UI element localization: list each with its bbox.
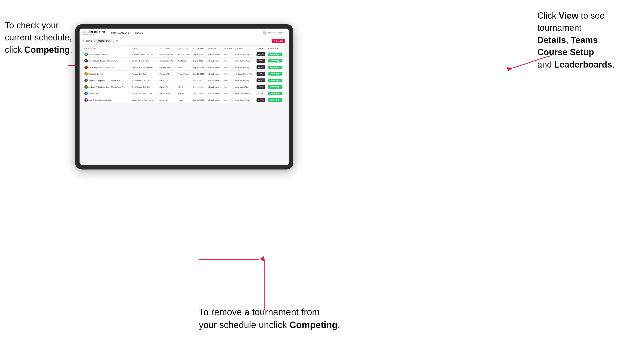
nav-teams[interactable]: TEAMS bbox=[134, 31, 144, 35]
cell-action[interactable]: View ⓘ bbox=[256, 84, 268, 90]
cell-venue: Trinity Forest Golf Club bbox=[131, 84, 158, 90]
tournaments-table: EVENT NAME VENUE CITY, STATE HOSTED BY S… bbox=[84, 47, 285, 103]
cell-action[interactable]: View ⓘ bbox=[256, 77, 268, 84]
cell-hosted-by: Michigan State bbox=[177, 51, 192, 58]
cell-event-name: M Folds of Honor Collegiate bbox=[84, 51, 131, 58]
cell-hosted-by: Washington bbox=[177, 58, 192, 64]
bottom-arrow bbox=[257, 256, 272, 312]
competing-button[interactable]: Competing ✓ bbox=[268, 72, 282, 76]
cell-competing[interactable]: Competing ✓ bbox=[267, 51, 285, 58]
cell-competing[interactable]: Competing ✓ bbox=[267, 97, 285, 103]
view-button[interactable]: View ⓘ bbox=[256, 59, 265, 63]
competing-button[interactable]: Competing ✓ bbox=[268, 79, 282, 82]
cell-event-name: A Copper Cup bbox=[84, 90, 131, 97]
cell-start-date: Jan 14, 2024 bbox=[192, 90, 207, 97]
annotation-tr-line2: to see bbox=[578, 11, 604, 20]
header-right: Test User Sign out bbox=[262, 31, 285, 35]
table-container: EVENT NAME VENUE CITY, STATE HOSTED BY S… bbox=[80, 45, 289, 165]
view-button[interactable]: View ⓘ bbox=[256, 78, 265, 82]
annotation-tr-bold2: Details bbox=[537, 35, 566, 45]
cell-division: NCAA Division I bbox=[206, 84, 223, 90]
cell-scoring: team, Match Play bbox=[234, 84, 256, 90]
cell-action[interactable]: View ⓘ bbox=[256, 64, 268, 71]
annotation-tr-comma: , bbox=[566, 35, 571, 45]
cell-gender: Men bbox=[223, 97, 234, 103]
cell-action[interactable]: View ⓘ bbox=[256, 97, 268, 103]
user-text: Test User bbox=[268, 32, 276, 34]
col-hosted-by: HOSTED BY bbox=[177, 47, 192, 51]
col-actions: ACTIONS bbox=[256, 47, 268, 51]
annotation-bottom: To remove a tournament from your schedul… bbox=[199, 306, 393, 332]
col-competing: COMPETING bbox=[267, 47, 285, 51]
cell-action[interactable]: ✏ Edit bbox=[256, 90, 268, 97]
cell-scoring: team, Match Play bbox=[234, 90, 256, 97]
competing-button[interactable]: Competing ✓ bbox=[268, 85, 282, 89]
cell-competing[interactable]: Competing ✓ bbox=[267, 77, 285, 84]
cell-action[interactable]: View ⓘ bbox=[256, 71, 268, 77]
annotation-tl-line3: click bbox=[5, 45, 24, 55]
sign-out-link[interactable]: Sign out bbox=[278, 32, 285, 34]
cell-division: NCAA Division I bbox=[206, 51, 223, 58]
competing-button[interactable]: Competing ✓ bbox=[268, 59, 282, 62]
cell-start-date: Feb 15, 2024 bbox=[192, 97, 207, 103]
annotation-bot-line2: your schedule unclick bbox=[199, 320, 290, 330]
view-button[interactable]: View ⓘ bbox=[256, 65, 265, 69]
cell-start-date: Oct 11, 2023 bbox=[192, 84, 207, 90]
view-button[interactable]: View ⓘ bbox=[256, 72, 265, 76]
subnav-competing-btn[interactable]: Competing bbox=[96, 39, 112, 43]
col-event-name: EVENT NAME bbox=[84, 47, 131, 51]
annotation-top-right: Click View to see tournament Details, Te… bbox=[537, 10, 639, 71]
competing-button[interactable]: Competing ✓ bbox=[268, 92, 282, 95]
table-row: W 2023 Sahalee Players Championship Saha… bbox=[84, 58, 285, 64]
cell-event-name: J Jackson T. Stephens Cup – Stroke Play bbox=[84, 77, 131, 84]
cell-hosted-by: Arizona bbox=[177, 90, 192, 97]
cell-venue: Papago Golf Club bbox=[131, 71, 158, 77]
view-button[interactable]: View ⓘ bbox=[256, 85, 265, 89]
cell-hosted-by: ABAC bbox=[177, 84, 192, 90]
view-button[interactable]: View ⓘ bbox=[256, 98, 265, 102]
cell-competing[interactable]: Competing ✓ bbox=[267, 90, 285, 97]
cell-gender: Men bbox=[223, 64, 234, 71]
cell-venue: Ak-Chin Southern Dunes bbox=[131, 90, 158, 97]
cell-start-date: Sep 18, 2023 bbox=[192, 71, 207, 77]
cell-city-state: Dallas, TX bbox=[158, 84, 177, 90]
table-row: A Copper Cup Ak-Chin Southern DunesMaric… bbox=[84, 90, 285, 97]
cell-competing[interactable]: Competing ✓ bbox=[267, 64, 285, 71]
competing-button[interactable]: Competing ✓ bbox=[268, 66, 282, 69]
competing-button[interactable]: Competing ✓ bbox=[268, 98, 282, 102]
annotation-tr-bold3: Teams bbox=[571, 35, 598, 45]
cell-event-name: I OFCC Fighting Illini Invitational bbox=[84, 64, 131, 71]
nav-tournaments[interactable]: TOURNAMENTS bbox=[110, 31, 130, 35]
cell-start-date: Sep 15, 2023 bbox=[192, 64, 207, 71]
cell-event-name: P Papago Individual bbox=[84, 71, 131, 77]
col-gender: GENDER bbox=[223, 47, 234, 51]
cell-start-date: Oct 9, 2023 bbox=[192, 77, 207, 84]
cell-scoring: team, Stroke Play bbox=[234, 64, 256, 71]
cell-event-name: J Jackson T. Stephens Cup – Men's Match … bbox=[84, 84, 131, 90]
create-btn[interactable]: + Create bbox=[272, 39, 285, 43]
competing-button[interactable]: Competing ✓ bbox=[268, 52, 282, 56]
edit-button[interactable]: ✏ Edit bbox=[256, 92, 265, 95]
subnav-all-btn[interactable]: All bbox=[113, 39, 121, 43]
cell-competing[interactable]: Competing ✓ bbox=[267, 71, 285, 77]
annotation-tr-line1: Click bbox=[537, 11, 559, 20]
col-venue: VENUE bbox=[131, 47, 158, 51]
view-button[interactable]: View ⓘ bbox=[256, 52, 265, 56]
nav-items: TOURNAMENTS TEAMS bbox=[110, 31, 262, 35]
cell-competing[interactable]: Competing ✓ bbox=[267, 84, 285, 90]
annotation-tl-line2: current schedule, bbox=[5, 32, 72, 42]
annotation-bot-bold: Competing bbox=[290, 320, 338, 330]
cell-city-state: Sammamish, WA bbox=[158, 58, 177, 64]
cell-action[interactable]: View ⓘ bbox=[256, 51, 268, 58]
cell-division: NCAA Division I bbox=[206, 71, 223, 77]
cell-action[interactable]: View ⓘ bbox=[256, 58, 268, 64]
annotation-bot-line1: To remove a tournament from bbox=[199, 307, 320, 317]
cell-city-state: Phoenix, AZ bbox=[158, 71, 177, 77]
cell-division: NCAA Division I bbox=[206, 77, 223, 84]
app-header: SCOREBOARD Powered by clippi TOURNAMENTS… bbox=[80, 28, 289, 37]
cell-hosted-by: Hawaii bbox=[177, 97, 192, 103]
cell-start-date: Sep 9, 2023 bbox=[192, 58, 207, 64]
cell-city-state: Maricopa, AZ bbox=[158, 90, 177, 97]
cell-competing[interactable]: Competing ✓ bbox=[267, 58, 285, 64]
subnav-home-btn[interactable]: Home bbox=[84, 39, 94, 43]
